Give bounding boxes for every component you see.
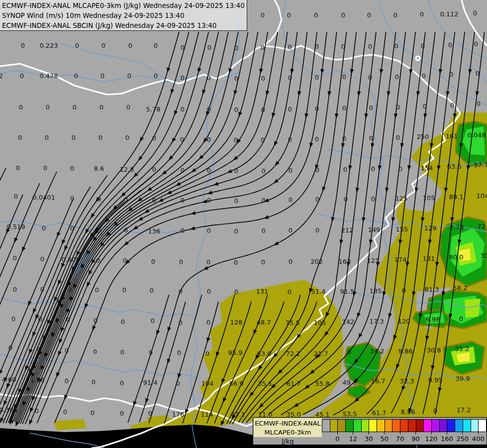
grid-value-label: 0 bbox=[16, 164, 20, 172]
colorbar-swatch bbox=[377, 419, 385, 432]
grid-value-label: 0 bbox=[151, 317, 155, 325]
grid-value-label: 0 bbox=[450, 102, 454, 109]
grid-value-label: 0 bbox=[177, 349, 181, 356]
colorbar-swatch bbox=[439, 419, 448, 432]
grid-value-label: 17.2 bbox=[457, 406, 471, 414]
grid-value-label: 0 bbox=[40, 286, 44, 293]
grid-value-label: 57.7 bbox=[474, 161, 487, 169]
header-line-mlcape: ECMWF-INDEX-ANAL MLCAPE0-3km (J/kg) Wedn… bbox=[2, 0, 247, 10]
colorbar: 01230507090120160250400 bbox=[322, 419, 486, 444]
grid-value-label: 0 bbox=[474, 40, 478, 48]
grid-value-label: 250 bbox=[417, 133, 429, 140]
grid-value-label: 0 bbox=[396, 134, 400, 141]
colorbar-swatch bbox=[392, 419, 400, 432]
grid-value-label: 72.4 bbox=[478, 223, 487, 230]
colorbar-tick bbox=[447, 432, 447, 435]
grid-value-label: 0.478 bbox=[39, 72, 58, 80]
grid-value-label: 32.3 bbox=[400, 377, 414, 385]
grid-value-label: 0 bbox=[288, 43, 292, 51]
grid-value-label: 5.78 bbox=[146, 106, 161, 113]
grid-value-label: 0 bbox=[18, 134, 22, 141]
colorbar-swatch bbox=[408, 419, 416, 432]
grid-value-label: 2 bbox=[0, 72, 3, 80]
grid-value-label: 0 bbox=[234, 106, 238, 113]
grid-value-label: 55.8 bbox=[315, 380, 330, 387]
colorbar-tick bbox=[415, 432, 416, 435]
colorbar-tick bbox=[369, 432, 369, 435]
colorbar-swatch bbox=[353, 419, 362, 432]
grid-value-label: 0 bbox=[261, 106, 265, 113]
colorbar-swatch bbox=[463, 419, 471, 432]
grid-value-label: 0 bbox=[14, 193, 18, 200]
grid-value-label: 0 bbox=[63, 408, 67, 416]
grid-value-label: 80.0 bbox=[449, 253, 464, 261]
grid-value-label: 0 bbox=[124, 226, 128, 234]
grid-value-label: 0 bbox=[262, 227, 266, 234]
grid-value-label: 0 bbox=[341, 43, 345, 50]
grid-value-label: 0 bbox=[369, 134, 373, 142]
grid-value-label: 0.048 bbox=[467, 131, 486, 139]
grid-value-label: 0 bbox=[261, 258, 265, 266]
grid-value-label: 128 bbox=[230, 319, 243, 326]
grid-value-label: 47.1 bbox=[231, 411, 245, 418]
legend-title-block: ECMWF-INDEX-ANAL MLCAPE0-3km bbox=[254, 418, 322, 437]
colorbar-tick bbox=[478, 432, 479, 435]
grid-value-label: 0 bbox=[11, 315, 15, 323]
grid-value-label: 0 bbox=[97, 196, 101, 203]
grid-value-label: 0 bbox=[148, 410, 152, 417]
grid-value-label: 53.5 bbox=[343, 410, 357, 418]
grid-value-label: 0 bbox=[448, 41, 452, 49]
grid-value-label: 0 bbox=[99, 104, 103, 111]
colorbar-swatch bbox=[455, 419, 463, 432]
grid-value-label: 0 bbox=[315, 43, 319, 50]
grid-value-label: 0 bbox=[95, 286, 99, 294]
grid-value-label: 91.5 bbox=[340, 288, 355, 295]
colorbar-tick bbox=[400, 432, 400, 435]
grid-value-label: 9 bbox=[149, 349, 153, 356]
grid-value-label: 0 bbox=[124, 196, 128, 203]
grid-value-label: 0 bbox=[288, 136, 292, 143]
grid-value-label: 0.112 bbox=[440, 10, 458, 18]
grid-value-label: 0 bbox=[343, 166, 347, 173]
grid-value-label: 0 bbox=[128, 42, 132, 49]
colorbar-swatch bbox=[416, 419, 424, 432]
grid-value-label: 0 bbox=[420, 10, 424, 18]
grid-value-label: 0 bbox=[181, 167, 185, 174]
grid-value-label: 0 bbox=[262, 197, 266, 204]
grid-value-label: 89.1 bbox=[449, 193, 464, 201]
grid-value-label: 0 bbox=[74, 72, 78, 80]
grid-value-label: 0 bbox=[398, 165, 402, 173]
grid-value-label: 0 bbox=[94, 317, 97, 325]
grid-value-label: 176 bbox=[172, 411, 185, 418]
grid-value-label: 0 bbox=[70, 224, 74, 232]
colorbar-swatch bbox=[385, 419, 393, 432]
grid-value-label: 6.98 bbox=[426, 316, 440, 323]
grid-value-label: 4.60 bbox=[2, 376, 16, 383]
grid-value-label: 0 bbox=[91, 409, 95, 417]
grid-value-label: 2.78 bbox=[450, 224, 464, 231]
grid-value-label: 0 bbox=[207, 167, 211, 174]
colorbar-swatch bbox=[345, 419, 354, 432]
colorbar-swatch bbox=[423, 419, 432, 432]
grid-value-label: 0 bbox=[96, 257, 100, 264]
grid-value-label: 185 bbox=[370, 287, 382, 295]
grid-value-label: 181 bbox=[423, 255, 435, 262]
grid-value-label: 0.223 bbox=[39, 42, 58, 49]
grid-value-label: 49.8 bbox=[343, 379, 357, 386]
grid-value-label: 9.95 bbox=[428, 376, 443, 384]
grid-value-label: 0 bbox=[347, 348, 351, 356]
legend-parameter: MLCAPE0-3km bbox=[254, 428, 322, 437]
grid-value-label: 0 bbox=[395, 73, 399, 81]
grid-value-label: 0 bbox=[288, 106, 292, 113]
grid-value-label: 0 bbox=[120, 410, 124, 417]
grid-value-label: 174 bbox=[394, 256, 407, 263]
grid-value-label: 0 bbox=[476, 70, 480, 77]
grid-value-label: 0 bbox=[423, 103, 427, 110]
grid-value-label: 0 bbox=[207, 197, 211, 204]
grid-value-label: 0 bbox=[422, 72, 426, 80]
grid-value-label: 0 bbox=[93, 348, 97, 355]
grid-value-label: 0 bbox=[181, 44, 185, 51]
grid-value-label: 81.3 bbox=[425, 286, 439, 293]
grid-value-label: 0 bbox=[75, 42, 79, 49]
grid-value-label: 30.8 bbox=[427, 346, 441, 354]
